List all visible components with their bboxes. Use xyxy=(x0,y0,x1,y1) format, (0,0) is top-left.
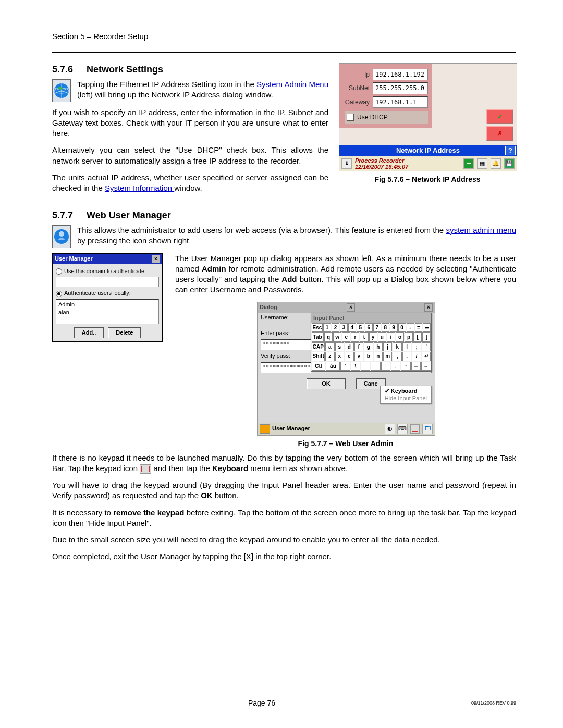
close-icon[interactable]: × xyxy=(347,303,355,312)
link-system-admin-menu[interactable]: System Admin Menu xyxy=(256,80,328,89)
key[interactable]: áü xyxy=(326,362,340,371)
cancel-button[interactable]: ✗ xyxy=(486,126,513,141)
key[interactable]: z xyxy=(325,352,334,361)
key[interactable]: v xyxy=(354,352,363,361)
ok-button[interactable]: ✓ xyxy=(486,109,513,124)
key[interactable]: 0 xyxy=(398,323,406,332)
taskbar-item[interactable]: User Manager xyxy=(272,425,310,433)
keyboard-menu-item[interactable]: ✔ Keyboard xyxy=(385,387,427,395)
p-578-1: If there is no keypad it needs to be lau… xyxy=(52,453,516,474)
key[interactable]: 6 xyxy=(365,323,373,332)
close-icon[interactable]: × xyxy=(424,303,433,312)
start-icon[interactable] xyxy=(260,424,270,434)
user-item[interactable]: alan xyxy=(58,309,156,316)
key[interactable]: Ctl xyxy=(312,362,326,371)
key[interactable]: e xyxy=(342,332,350,342)
key[interactable]: k xyxy=(393,342,401,352)
ip-input[interactable]: 192.168.1.192 xyxy=(373,69,428,80)
key[interactable]: m xyxy=(383,352,392,361)
key[interactable]: w xyxy=(333,332,341,342)
revision: 09/11/2008 REV 0.99 xyxy=(471,700,516,706)
key[interactable] xyxy=(361,362,370,371)
keypad-tray-icon[interactable] xyxy=(410,424,420,434)
key[interactable]: Esc xyxy=(312,323,323,332)
key[interactable]: 7 xyxy=(373,323,381,332)
key[interactable]: i xyxy=(387,332,395,342)
key[interactable]: p xyxy=(405,332,413,342)
link-system-admin-menu-2[interactable]: system admin menu xyxy=(446,226,516,235)
key[interactable]: - xyxy=(407,323,414,332)
key[interactable]: f xyxy=(354,342,363,352)
key[interactable]: c xyxy=(345,352,353,361)
key[interactable]: ↓ xyxy=(391,362,400,371)
key[interactable]: [ xyxy=(413,332,422,342)
p-576-4: The units actual IP address, whether use… xyxy=(52,172,328,194)
key[interactable]: 3 xyxy=(340,323,348,332)
key[interactable]: d xyxy=(345,342,353,352)
key[interactable]: → xyxy=(421,362,431,371)
tray-icon[interactable]: 🗔 xyxy=(422,424,433,434)
key[interactable]: t xyxy=(360,332,368,342)
key[interactable]: = xyxy=(415,323,423,332)
key[interactable]: l xyxy=(402,342,411,352)
keypad-icon xyxy=(140,464,151,474)
key[interactable]: s xyxy=(335,342,344,352)
key[interactable]: a xyxy=(325,342,334,352)
key[interactable]: ; xyxy=(412,342,421,352)
key[interactable]: Shift xyxy=(312,352,325,361)
use-dhcp-checkbox[interactable]: Use DHCP xyxy=(345,111,428,124)
key[interactable]: r xyxy=(351,332,359,342)
input-panel-title[interactable]: Input Panel xyxy=(311,313,431,323)
radio-domain[interactable]: Use this domain to authenticate: xyxy=(56,267,159,275)
key[interactable]: ↑ xyxy=(401,362,410,371)
key[interactable] xyxy=(381,362,390,371)
key[interactable]: n xyxy=(374,352,383,361)
key[interactable]: q xyxy=(324,332,333,342)
key[interactable]: u xyxy=(378,332,386,342)
key[interactable]: b xyxy=(364,352,373,361)
key[interactable]: 9 xyxy=(390,323,398,332)
hide-panel-menu-item[interactable]: Hide Input Panel xyxy=(385,394,427,402)
alarm-icon[interactable]: 🔔 xyxy=(491,158,501,169)
key[interactable]: ' xyxy=(422,342,431,352)
key[interactable]: ] xyxy=(422,332,431,342)
subnet-input[interactable]: 255.255.255.0 xyxy=(373,82,428,94)
key[interactable]: x xyxy=(335,352,344,361)
key[interactable]: o xyxy=(396,332,404,342)
key[interactable]: CAP xyxy=(312,342,325,352)
key[interactable]: ⬅ xyxy=(423,323,431,332)
key[interactable] xyxy=(371,362,380,371)
key[interactable]: 2 xyxy=(332,323,339,332)
add-button[interactable]: Add.. xyxy=(74,327,104,338)
link-system-information[interactable]: System Information xyxy=(105,183,174,192)
key[interactable]: y xyxy=(369,332,377,342)
username-label: Username: xyxy=(261,314,289,322)
key[interactable]: 4 xyxy=(348,323,356,332)
gateway-input[interactable]: 192.168.1.1 xyxy=(373,96,428,108)
key[interactable]: ` xyxy=(340,362,350,371)
close-icon[interactable]: × xyxy=(152,255,160,263)
key[interactable]: ↵ xyxy=(422,352,431,361)
nav-icon[interactable]: ⬅ xyxy=(463,158,474,169)
tray-icon[interactable]: ◐ xyxy=(385,424,395,434)
delete-button[interactable]: Delete xyxy=(108,327,141,338)
save-icon[interactable]: 💾 xyxy=(504,158,515,169)
key[interactable]: ← xyxy=(411,362,421,371)
tray-icon[interactable]: ⌨ xyxy=(397,424,408,434)
key[interactable]: / xyxy=(412,352,421,361)
key[interactable]: \ xyxy=(351,362,360,371)
help-icon[interactable]: ? xyxy=(505,146,516,155)
key[interactable]: 1 xyxy=(323,323,331,332)
radio-local[interactable]: Authenticate users locally: xyxy=(56,289,159,297)
key[interactable]: . xyxy=(402,352,411,361)
ok-button[interactable]: OK xyxy=(307,378,346,389)
key[interactable]: 5 xyxy=(357,323,364,332)
grid-icon[interactable]: ▦ xyxy=(477,158,487,169)
key[interactable]: , xyxy=(393,352,401,361)
key[interactable]: j xyxy=(383,342,392,352)
key[interactable]: Tab xyxy=(312,332,324,342)
key[interactable]: h xyxy=(374,342,383,352)
key[interactable]: g xyxy=(364,342,373,352)
key[interactable]: 8 xyxy=(382,323,389,332)
user-item[interactable]: Admin xyxy=(58,301,156,309)
